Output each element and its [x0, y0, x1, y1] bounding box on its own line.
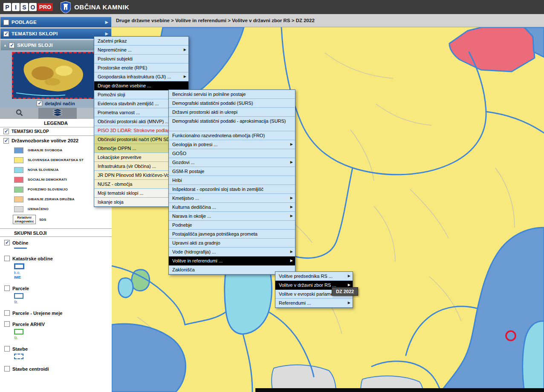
search-tab[interactable]: [0, 108, 38, 119]
legend-label: NOVA SLOVENIJA: [28, 168, 59, 172]
submenu-item[interactable]: Referendumi ...: [275, 299, 353, 308]
submenu-item[interactable]: Hribi: [169, 176, 295, 185]
legend-swatch: [14, 196, 23, 202]
relative-winner-box: Relativni zmagovalec: [13, 215, 36, 224]
kamnik-coat-of-arms-icon: [61, 1, 71, 13]
piso-app: P I S O PRO OBČINA KAMNIK PODLAGE ▶ TEMA…: [0, 0, 544, 392]
legend-label: IZENAČENO: [28, 207, 49, 211]
layers-tab[interactable]: [38, 108, 77, 119]
submenu-item[interactable]: Volitve in referendumi ...: [169, 257, 295, 265]
legend-swatch: [14, 157, 23, 163]
chevron-right-icon: ▶: [105, 20, 108, 24]
layer-symbol: [14, 263, 24, 269]
layer-row[interactable]: Parcele št.: [0, 282, 112, 307]
layer-sub-label: IME: [14, 275, 112, 280]
legend-swatch: [14, 206, 23, 212]
submenu-item[interactable]: Kulturna dediščina ...: [169, 203, 295, 212]
legend-swatch: [14, 167, 23, 173]
submenu-item[interactable]: Vode (hidrografija) ...: [169, 248, 295, 257]
legend-label: GIBANJE ZDRAVA DRUŽBA: [28, 197, 75, 201]
druge-drzavne-vsebine-submenu: Bencinski servisi in polnilne postaje De…: [168, 89, 295, 275]
menu-item[interactable]: Prostorske enote (RPE): [94, 63, 188, 72]
layer-checkbox[interactable]: [4, 285, 10, 291]
theme-checkbox[interactable]: [3, 138, 9, 144]
skupni-checkbox[interactable]: [9, 43, 14, 48]
submenu-item[interactable]: GSM-R postaje: [169, 167, 295, 176]
submenu-item[interactable]: Narava in okolje ...: [169, 212, 295, 221]
submenu-item[interactable]: Kmetijstvo ...: [169, 194, 295, 203]
logo-letter: O: [29, 3, 37, 11]
logo-pro-badge: PRO: [38, 3, 53, 11]
submenu-item[interactable]: Podnebje: [169, 221, 295, 230]
layer-label: Katastrske občine: [12, 256, 53, 261]
layer-row[interactable]: Parcele ARHIV št.: [0, 318, 112, 343]
theme-name: Državnozborske volitve 2022: [12, 138, 78, 143]
submenu-item[interactable]: Volitve predsednika RS ...: [275, 272, 353, 281]
layer-checkbox[interactable]: [4, 256, 10, 261]
layer-label: Parcele ARHIV: [12, 322, 45, 327]
piso-logo[interactable]: P I S O PRO: [3, 3, 53, 11]
layer-sub-label: št.: [14, 336, 112, 340]
logo-letter: P: [3, 3, 11, 11]
panel-skupni-label: SKUPNI SLOJI: [17, 43, 52, 48]
menu-item[interactable]: Začetni prikaz: [94, 37, 188, 46]
layer-checkbox[interactable]: [4, 310, 10, 316]
menu-item[interactable]: Druge državne vsebine ...: [94, 81, 188, 90]
layer-symbol: [14, 329, 23, 334]
overview-map[interactable]: [12, 52, 100, 99]
panel-tematski-label: TEMATSKI SKLOPI: [12, 31, 58, 36]
menu-item[interactable]: Poslovni subjekti: [94, 55, 188, 63]
relative-winner-row: Relativni zmagovalec SDS: [0, 214, 112, 225]
submenu-item[interactable]: Gozdovi ...: [169, 158, 295, 167]
layer-row[interactable]: Stavbe centroidi: [0, 363, 112, 374]
submenu-item[interactable]: Inšpektorat - opozorilni sloj stavb in z…: [169, 185, 295, 194]
layer-symbol: [14, 354, 23, 359]
layer-list: Občine Katastrske občine k.o.: [0, 237, 112, 374]
panel-podlage-label: PODLAGE: [12, 20, 37, 25]
legend-label: SLOVENSKA DEMOKRATSKA ST: [28, 158, 84, 162]
layer-label: Parcele: [12, 286, 29, 291]
layer-checkbox[interactable]: [4, 240, 10, 245]
submenu-item[interactable]: Bencinski servisi in polnilne postaje: [169, 90, 295, 99]
breadcrumb: Druge državne vsebine > Volitve in refer…: [112, 14, 544, 27]
submenu-item[interactable]: Geologija in potresi ...: [169, 140, 295, 149]
collapse-icon[interactable]: ▲: [3, 43, 7, 47]
layer-symbol: [14, 293, 23, 299]
layer-row[interactable]: Katastrske občine k.o. IME: [0, 253, 112, 282]
tematski-checkbox[interactable]: [3, 31, 9, 37]
submenu-item[interactable]: Državni prostorski akti in ukrepi: [169, 108, 295, 117]
detail-mode-label: detajlni način: [45, 101, 75, 106]
chevron-right-icon: ▶: [105, 32, 108, 36]
submenu-item[interactable]: Postajališča javnega potniškega prometa: [169, 230, 295, 239]
submenu-item[interactable]: Upravni akti za gradnjo: [169, 239, 295, 248]
logo-letter: I: [12, 3, 20, 11]
relative-winner-label: SDS: [39, 218, 46, 222]
tematski-sklop-label: TEMATSKI SKLOP: [12, 129, 49, 134]
layer-row[interactable]: Stavbe: [0, 343, 112, 363]
region-cyan-left[interactable]: [119, 278, 133, 298]
layer-label: Parcele - Urejene meje: [12, 311, 62, 316]
submenu-item[interactable]: Demografski statistični podatki (SURS): [169, 99, 295, 108]
menu-item[interactable]: Nepremičnine ...: [94, 46, 188, 55]
legend-swatch: [14, 187, 23, 193]
submenu-item[interactable]: Funkcionalno razvrednotena območja (FRO): [169, 131, 295, 140]
layer-checkbox[interactable]: [4, 346, 10, 352]
layer-label: Stavbe centroidi: [12, 366, 49, 372]
dz-2022-tooltip: DZ 2022: [332, 287, 358, 296]
app-header: P I S O PRO OBČINA KAMNIK: [0, 0, 544, 14]
detail-mode-checkbox[interactable]: [37, 101, 42, 106]
layer-checkbox[interactable]: [4, 366, 10, 372]
menu-item[interactable]: Gospodarska infrastruktura (GJI) ...: [94, 72, 188, 81]
layer-row[interactable]: Občine: [0, 237, 112, 253]
panel-podlage[interactable]: PODLAGE ▶: [0, 17, 111, 27]
layer-checkbox[interactable]: [4, 321, 10, 327]
layers-icon: [53, 109, 62, 118]
layer-row[interactable]: Parcele - Urejene meje: [0, 307, 112, 318]
podlage-checkbox[interactable]: [3, 20, 9, 25]
legend-swatch: [14, 147, 23, 153]
submenu-item[interactable]: GOŠO: [169, 149, 295, 158]
submenu-item[interactable]: Demografski statistični podatki - aproks…: [169, 117, 295, 131]
skupni-sloji-section: SKUPNI SLOJI: [0, 228, 112, 237]
tematski-sklop-checkbox[interactable]: [3, 129, 9, 134]
logo-letter: S: [20, 3, 28, 11]
